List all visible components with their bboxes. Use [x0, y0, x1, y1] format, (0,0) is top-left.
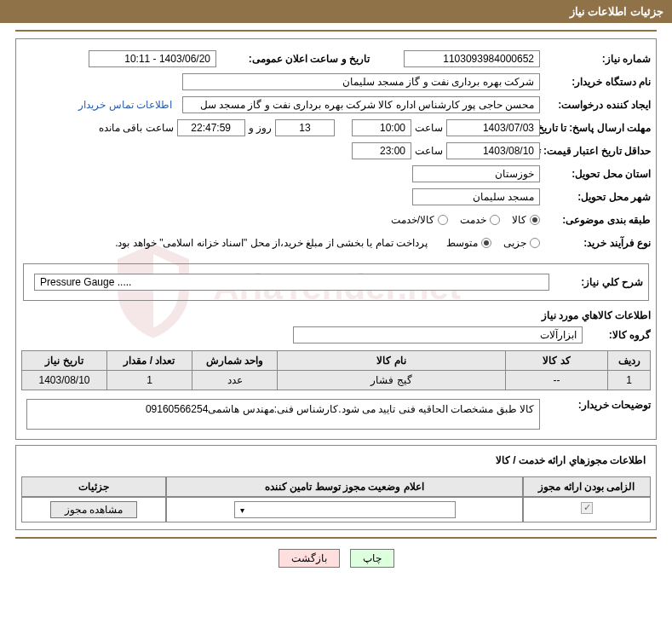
deadline-date: 1403/07/03	[446, 119, 540, 136]
radio-icon	[530, 215, 540, 225]
license-section-title: اطلاعات مجوزهاي ارائه خدمت / کالا	[21, 453, 651, 468]
license-data-row: ▾ مشاهده مجوز	[21, 497, 651, 522]
footer-buttons: چاپ بازگشت	[0, 549, 672, 568]
license-th-status: اعلام وضعیت مجوز توسط تامین کننده	[166, 476, 523, 497]
back-button[interactable]: بازگشت	[279, 549, 340, 568]
td-code: --	[506, 371, 608, 390]
buyer-desc-label: توضیحات خریدار:	[540, 399, 651, 411]
validity-label: حداقل تاریخ اعتبار قیمت: تا تاریخ:	[540, 145, 651, 157]
need-no-value: 1103093984000652	[404, 50, 540, 67]
city-label: شهر محل تحویل:	[540, 191, 651, 203]
deadline-label: مهلت ارسال پاسخ: تا تاریخ:	[540, 122, 651, 134]
license-status-cell: ▾	[166, 497, 523, 522]
license-header-row: الزامی بودن ارائه مجوز اعلام وضعیت مجوز …	[21, 476, 651, 497]
summary-box: شرح کلي نیاز: Pressure Gauge .....	[23, 263, 649, 301]
summary-label: شرح کلي نیاز:	[549, 276, 643, 288]
buyer-desc-value: کالا طبق مشخصات الحاقیه فنی تایید می شود…	[26, 399, 540, 430]
city-value: مسجد سلیمان	[412, 188, 540, 205]
chevron-down-icon: ▾	[240, 505, 244, 515]
category-label: طبقه بندی موضوعی:	[540, 214, 651, 226]
buyer-org-label: نام دستگاه خریدار:	[540, 76, 651, 88]
province-label: استان محل تحویل:	[540, 168, 651, 180]
deadline-time: 10:00	[352, 119, 411, 136]
requester-label: ایجاد کننده درخواست:	[540, 99, 651, 111]
license-section: اطلاعات مجوزهاي ارائه خدمت / کالا الزامی…	[15, 445, 657, 530]
td-date: 1403/08/10	[22, 371, 107, 390]
td-name: گیج فشار	[278, 371, 506, 390]
announce-label: تاریخ و ساعت اعلان عمومی:	[216, 53, 370, 65]
divider-bottom	[15, 537, 657, 539]
goods-group-label: گروه کالا:	[583, 329, 651, 341]
summary-value: Pressure Gauge .....	[34, 274, 549, 291]
th-row: ردیف	[608, 351, 651, 371]
print-button[interactable]: چاپ	[350, 549, 394, 568]
category-radio-group: کالا خدمت کالا/خدمت	[391, 214, 540, 226]
th-qty: تعداد / مقدار	[107, 351, 192, 371]
deadline-days-label: روز و	[245, 122, 275, 134]
category-opt-1[interactable]: خدمت	[460, 214, 500, 226]
need-no-label: شماره نیاز:	[540, 53, 651, 65]
deadline-remain-label: ساعت باقی مانده	[95, 122, 177, 134]
radio-icon	[490, 215, 500, 225]
th-code: کد کالا	[506, 351, 608, 371]
td-qty: 1	[107, 371, 192, 390]
status-select[interactable]: ▾	[234, 501, 456, 518]
th-date: تاریخ نیاز	[22, 351, 107, 371]
goods-table-header-row: ردیف کد کالا نام کالا واحد شمارش تعداد /…	[22, 351, 651, 371]
radio-icon	[481, 238, 491, 248]
page-title: جزئیات اطلاعات نیاز	[570, 5, 663, 18]
goods-table: ردیف کد کالا نام کالا واحد شمارش تعداد /…	[21, 350, 651, 390]
goods-section-title: اطلاعات کالاهاي مورد نیاز	[21, 309, 651, 321]
page-header: جزئیات اطلاعات نیاز	[0, 0, 672, 23]
mandatory-checkbox[interactable]	[581, 502, 593, 514]
buyer-contact-link[interactable]: اطلاعات تماس خریدار	[78, 99, 172, 111]
announce-value: 1403/06/20 - 10:11	[89, 50, 216, 67]
td-unit: عدد	[192, 371, 278, 390]
divider-top	[15, 30, 657, 32]
license-th-details: جزئیات	[21, 476, 166, 497]
radio-icon	[530, 238, 540, 248]
deadline-days: 13	[275, 119, 335, 136]
view-license-button[interactable]: مشاهده مجوز	[50, 501, 137, 518]
deadline-time-label: ساعت	[411, 122, 446, 134]
th-name: نام کالا	[278, 351, 506, 371]
radio-icon	[438, 215, 448, 225]
province-value: خوزستان	[412, 165, 540, 182]
purchase-note: پرداخت تمام یا بخشی از مبلغ خرید،از محل …	[112, 237, 431, 249]
goods-table-row: 1 -- گیج فشار عدد 1 1403/08/10	[22, 371, 651, 390]
license-th-mandatory: الزامی بودن ارائه مجوز	[523, 476, 651, 497]
license-mandatory-cell	[523, 497, 651, 522]
td-row: 1	[608, 371, 651, 390]
purchase-type-radio-group: جزیی متوسط	[446, 237, 540, 249]
validity-time-label: ساعت	[411, 145, 446, 157]
purchase-opt-1[interactable]: متوسط	[446, 237, 491, 249]
validity-date: 1403/08/10	[446, 142, 540, 159]
purchase-type-label: نوع فرآیند خرید:	[540, 237, 651, 249]
category-opt-0[interactable]: کالا	[512, 214, 540, 226]
main-section: شماره نیاز: 1103093984000652 تاریخ و ساع…	[15, 38, 657, 440]
goods-group-value: ابزارآلات	[293, 326, 583, 343]
buyer-org-value: شرکت بهره برداری نفت و گاز مسجد سلیمان	[182, 73, 540, 90]
license-details-cell: مشاهده مجوز	[21, 497, 166, 522]
purchase-opt-0[interactable]: جزیی	[503, 237, 540, 249]
deadline-hms: 22:47:59	[177, 119, 245, 136]
validity-time: 23:00	[352, 142, 411, 159]
category-opt-2[interactable]: کالا/خدمت	[391, 214, 448, 226]
requester-value: محسن حاجی پور کارشناس اداره کالا شرکت به…	[182, 96, 540, 113]
th-unit: واحد شمارش	[192, 351, 278, 371]
